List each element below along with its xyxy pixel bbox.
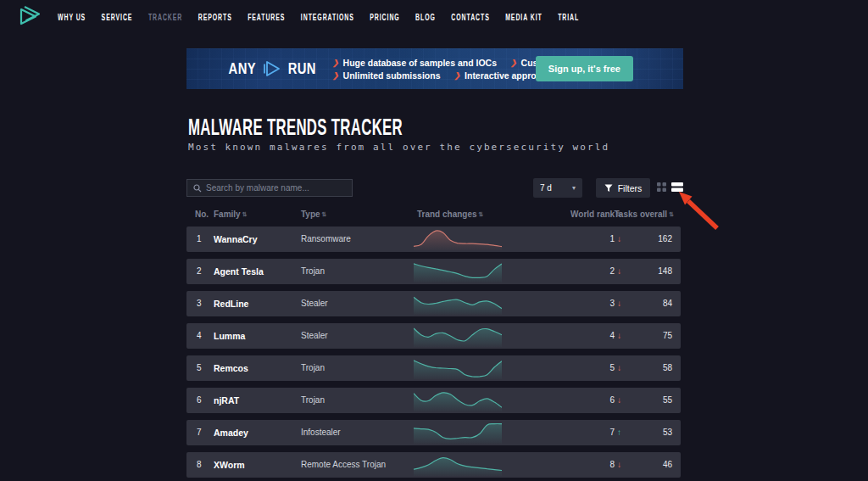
table-row-redline[interactable]: 3RedLineStealer3↓84 xyxy=(186,291,681,316)
sort-icon: ⇅ xyxy=(669,211,674,217)
world-rank: 3↓ xyxy=(609,291,621,316)
nav-item-service[interactable]: SERVICE xyxy=(102,12,133,22)
malware-family-name: XWorm xyxy=(214,452,245,478)
header-family[interactable]: Family⇅ xyxy=(214,210,248,219)
chevron-right-icon: ❯ xyxy=(454,71,461,80)
anyrun-ad-banner[interactable]: ANY RUN ❯Huge database of samples and IO… xyxy=(186,48,683,89)
list-view-toggle[interactable] xyxy=(671,182,683,192)
trend-sparkline xyxy=(414,228,502,250)
anyrun-play-icon xyxy=(262,59,282,78)
header-tasks-overall[interactable]: Tasks overall⇅ xyxy=(614,210,674,219)
caret-down-icon: ▾ xyxy=(572,184,576,192)
nav-item-integrations[interactable]: INTEGRATIONS xyxy=(301,12,354,22)
anyrun-logo-icon[interactable] xyxy=(14,3,46,31)
nav-item-trial[interactable]: TRIAL xyxy=(558,12,579,22)
nav-item-features[interactable]: FEATURES xyxy=(248,12,285,22)
signup-button[interactable]: Sign up, it's free xyxy=(536,56,633,81)
world-rank: 4↓ xyxy=(609,323,621,349)
malware-family-name: Remcos xyxy=(214,355,248,381)
search-icon xyxy=(193,184,202,193)
tasks-overall: 84 xyxy=(663,291,672,316)
malware-type: Ransomware xyxy=(301,227,351,252)
top-navigation: WHY USSERVICETRACKERREPORTSFEATURESINTEG… xyxy=(0,0,868,34)
row-number: 4 xyxy=(197,323,202,349)
trend-sparkline xyxy=(414,293,502,315)
malware-family-name: Lumma xyxy=(214,323,245,349)
table-row-amadey[interactable]: 7AmadeyInfostealer7↑53 xyxy=(186,420,681,445)
trend-sparkline xyxy=(414,260,502,282)
period-value: 7 d xyxy=(540,183,552,193)
rank-down-icon: ↓ xyxy=(617,266,621,276)
malware-type: Trojan xyxy=(301,259,325,284)
nav-item-media-kit[interactable]: MEDIA KIT xyxy=(505,12,542,22)
header-type[interactable]: Type⇅ xyxy=(301,210,326,219)
sort-icon: ⇅ xyxy=(479,211,484,217)
tasks-overall: 53 xyxy=(663,420,672,445)
nav-item-contacts[interactable]: CONTACTS xyxy=(451,12,489,22)
rank-down-icon: ↓ xyxy=(617,395,621,405)
tasks-overall: 75 xyxy=(663,323,672,349)
chevron-right-icon: ❯ xyxy=(332,59,339,67)
period-dropdown[interactable]: 7 d ▾ xyxy=(533,178,582,198)
table-row-wannacry[interactable]: 1WannaCryRansomware1↓162 xyxy=(186,227,681,252)
brand-text-run: RUN xyxy=(287,60,315,78)
row-number: 7 xyxy=(197,420,202,445)
tasks-overall: 162 xyxy=(658,227,672,252)
malware-type: Stealer xyxy=(301,323,328,349)
nav-item-reports[interactable]: REPORTS xyxy=(198,12,232,22)
row-number: 1 xyxy=(197,227,202,252)
rank-down-icon: ↓ xyxy=(617,299,621,308)
row-number: 8 xyxy=(197,452,202,478)
nav-item-blog[interactable]: BLOG xyxy=(415,12,436,22)
brand-text-any: ANY xyxy=(229,60,256,78)
nav-item-pricing[interactable]: PRICING xyxy=(370,12,399,22)
sort-icon: ⇅ xyxy=(322,211,327,217)
search-input[interactable] xyxy=(206,183,346,193)
header-trend-changes[interactable]: Trand changes⇅ xyxy=(417,210,483,219)
anyrun-banner-brand: ANY RUN xyxy=(225,59,319,78)
annotation-arrow xyxy=(674,190,723,232)
table-row-remcos[interactable]: 5RemcosTrojan5↓58 xyxy=(186,355,681,381)
trend-sparkline xyxy=(414,454,502,476)
malware-family-name: njRAT xyxy=(214,388,239,413)
table-row-agent-tesla[interactable]: 2Agent TeslaTrojan2↓148 xyxy=(186,259,681,284)
world-rank: 7↑ xyxy=(609,420,621,445)
row-number: 6 xyxy=(197,388,202,413)
chevron-right-icon: ❯ xyxy=(510,59,517,67)
malware-type: Remote Access Trojan xyxy=(301,452,386,478)
row-number: 3 xyxy=(197,291,202,316)
header-no: No. xyxy=(195,210,209,219)
rank-up-icon: ↑ xyxy=(617,428,621,437)
filters-label: Filters xyxy=(618,183,643,193)
world-rank: 6↓ xyxy=(609,388,621,413)
filters-button[interactable]: Filters xyxy=(596,178,650,198)
tasks-overall: 46 xyxy=(663,452,672,478)
trend-sparkline xyxy=(414,357,502,379)
rank-down-icon: ↓ xyxy=(617,331,621,340)
sort-icon: ⇅ xyxy=(242,211,248,217)
malware-table: 1WannaCryRansomware1↓1622Agent TeslaTroj… xyxy=(186,227,681,481)
page-subtitle: Most known malwares from all over the cy… xyxy=(188,142,609,153)
malware-type: Stealer xyxy=(301,291,328,316)
nav-item-tracker[interactable]: TRACKER xyxy=(148,12,182,22)
search-box xyxy=(186,179,353,197)
table-row-lumma[interactable]: 4LummaStealer4↓75 xyxy=(186,323,681,349)
trend-sparkline xyxy=(414,325,502,347)
nav-item-why-us[interactable]: WHY US xyxy=(58,12,86,22)
malware-type: Trojan xyxy=(301,355,325,381)
malware-type: Infostealer xyxy=(301,420,341,445)
table-row-njrat[interactable]: 6njRATTrojan6↓55 xyxy=(186,388,681,413)
world-rank: 2↓ xyxy=(609,259,621,284)
nav-menu: WHY USSERVICETRACKERREPORTSFEATURESINTEG… xyxy=(58,12,579,22)
trend-sparkline xyxy=(414,389,502,411)
rank-down-icon: ↓ xyxy=(617,234,621,243)
malware-family-name: RedLine xyxy=(214,291,248,316)
table-header: No. Family⇅ Type⇅ Trand changes⇅ World r… xyxy=(186,210,681,221)
table-row-xworm[interactable]: 8XWormRemote Access Trojan8↓46 xyxy=(186,452,681,478)
malware-type: Trojan xyxy=(301,388,325,413)
malware-family-name: Amadey xyxy=(214,420,248,445)
malware-family-name: WannaCry xyxy=(214,227,258,252)
world-rank: 1↓ xyxy=(609,227,621,252)
grid-view-toggle[interactable] xyxy=(657,182,666,192)
row-number: 2 xyxy=(197,259,202,284)
